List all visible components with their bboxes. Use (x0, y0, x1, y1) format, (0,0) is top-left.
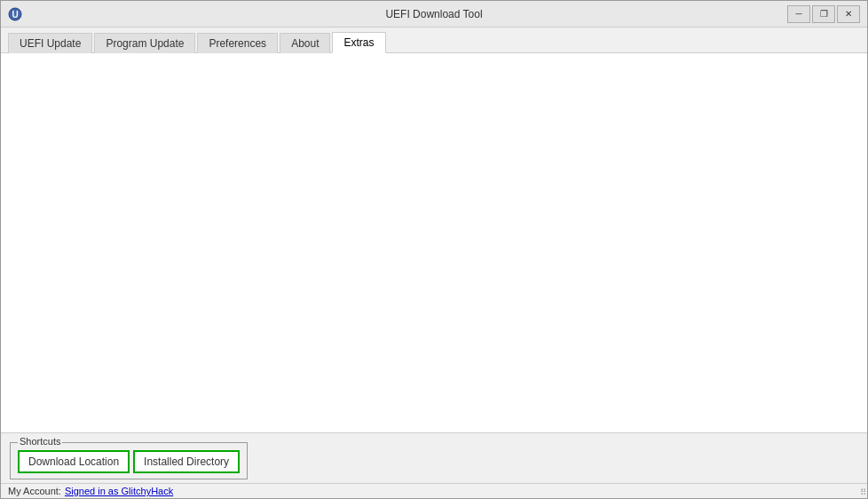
restore-button[interactable]: ❐ (812, 5, 835, 23)
tab-preferences[interactable]: Preferences (197, 33, 278, 53)
tab-uefi-update[interactable]: UEFI Update (8, 33, 92, 53)
minimize-button[interactable]: ─ (787, 5, 810, 23)
tab-bar: UEFI Update Program Update Preferences A… (1, 28, 867, 53)
bottom-area: Shortcuts Download Location Installed Di… (1, 432, 867, 483)
main-window: U UEFI Download Tool ─ ❐ ✕ UEFI Update P… (0, 0, 868, 499)
window-title: UEFI Download Tool (385, 8, 482, 20)
svg-text:U: U (12, 10, 18, 20)
shortcuts-group: Shortcuts Download Location Installed Di… (10, 442, 248, 479)
status-label: My Account: (8, 486, 61, 496)
app-icon: U (8, 7, 22, 21)
status-bar: My Account: Signed in as GlitchyHack ⠿ (1, 483, 867, 498)
tab-about[interactable]: About (280, 33, 330, 53)
close-button[interactable]: ✕ (837, 5, 860, 23)
window-controls: ─ ❐ ✕ (787, 5, 860, 23)
shortcuts-legend: Shortcuts (18, 436, 62, 447)
title-bar: U UEFI Download Tool ─ ❐ ✕ (1, 1, 867, 28)
tab-extras[interactable]: Extras (332, 32, 385, 53)
shortcuts-buttons: Download Location Installed Directory (18, 450, 240, 473)
content-area (1, 53, 867, 432)
tab-program-update[interactable]: Program Update (94, 33, 195, 53)
title-bar-left: U (8, 7, 22, 21)
installed-directory-button[interactable]: Installed Directory (133, 450, 240, 473)
account-link[interactable]: Signed in as GlitchyHack (65, 486, 173, 496)
resize-grip: ⠿ (860, 487, 866, 497)
download-location-button[interactable]: Download Location (18, 450, 130, 473)
